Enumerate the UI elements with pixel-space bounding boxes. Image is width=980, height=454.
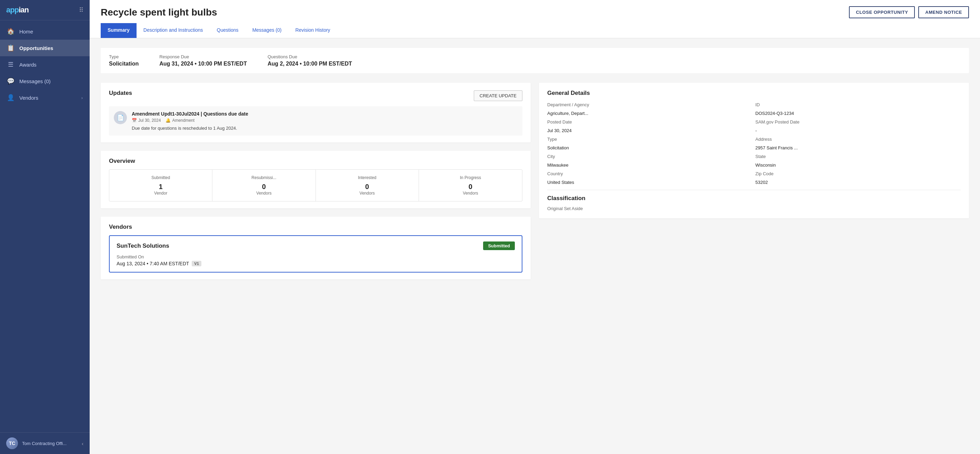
sidebar-item-label: Vendors: [19, 95, 38, 101]
sidebar-item-vendors[interactable]: 👤 Vendors ›: [0, 89, 90, 106]
sidebar-item-label: Messages (0): [19, 78, 51, 84]
updates-header: Updates CREATE UPDATE: [109, 90, 522, 102]
create-update-button[interactable]: CREATE UPDATE: [474, 91, 522, 101]
address-value: 2957 Saint Francis ...: [756, 145, 961, 150]
overview-grid: Submitted 1 Vendor Resubmissi... 0 Vendo…: [109, 169, 522, 201]
tag-icon: 🔔: [165, 118, 171, 123]
resubmission-label: Resubmissi...: [219, 175, 309, 180]
type-detail-label: Type: [547, 137, 753, 142]
avatar-image: TC: [6, 437, 18, 449]
two-col-layout: Updates CREATE UPDATE 📄 Amendment Updt1-…: [101, 83, 969, 279]
tab-summary[interactable]: Summary: [101, 23, 137, 38]
id-value: DOS2024-Q3-1234: [756, 111, 961, 116]
overview-in-progress: In Progress 0 Vendors: [419, 170, 522, 201]
interested-number: 0: [322, 183, 412, 191]
country-label: Country: [547, 171, 753, 176]
country-value: United States: [547, 180, 753, 185]
right-column: General Details Department / Agency ID A…: [539, 83, 969, 279]
user-name: Tom Contracting Offi...: [22, 441, 78, 446]
questions-due-label: Questions Due: [267, 54, 352, 59]
home-icon: 🏠: [7, 28, 14, 35]
meta-row: Type Solicitation Response Due Aug 31, 2…: [101, 48, 969, 73]
id-label: ID: [756, 102, 961, 107]
tab-description[interactable]: Description and Instructions: [137, 23, 210, 38]
vendor-row: SunTech Solutions Submitted: [116, 242, 515, 250]
sidebar: appian ⠿ 🏠 Home 📋 Opportunities ☰ Awards…: [0, 0, 90, 454]
submitted-label: Submitted: [116, 175, 206, 180]
collapse-icon[interactable]: ‹: [82, 441, 83, 446]
overview-submitted: Submitted 1 Vendor: [109, 170, 212, 201]
questions-due-value: Aug 2, 2024 • 10:00 PM EST/EDT: [267, 61, 352, 67]
sidebar-item-label: Awards: [19, 62, 37, 68]
update-date: 📅 Jul 30, 2024: [132, 118, 161, 123]
vendor-name: SunTech Solutions: [116, 242, 169, 249]
vendor-status-badge: Submitted: [483, 242, 515, 250]
department-label: Department / Agency: [547, 102, 753, 107]
messages-icon: 💬: [7, 77, 14, 85]
version-badge: V1: [192, 261, 201, 266]
grid-icon[interactable]: ⠿: [79, 6, 83, 14]
update-item: 📄 Amendment Updt1-30Jul2024 | Questions …: [109, 106, 522, 135]
posted-date-value: Jul 30, 2024: [547, 128, 753, 133]
submitted-number: 1: [116, 183, 206, 191]
state-value: Wisconsin: [756, 162, 961, 168]
updates-card: Updates CREATE UPDATE 📄 Amendment Updt1-…: [101, 83, 531, 142]
sidebar-item-home[interactable]: 🏠 Home: [0, 23, 90, 40]
overview-title: Overview: [109, 158, 522, 164]
resubmission-number: 0: [219, 183, 309, 191]
response-due-meta: Response Due Aug 31, 2024 • 10:00 PM EST…: [159, 54, 247, 67]
detail-grid: Department / Agency ID Agriculture, Depa…: [547, 102, 961, 185]
tabs: Summary Description and Instructions Que…: [101, 23, 969, 38]
general-details-card: General Details Department / Agency ID A…: [539, 83, 969, 218]
tab-questions[interactable]: Questions: [210, 23, 245, 38]
sidebar-item-opportunities[interactable]: 📋 Opportunities: [0, 40, 90, 56]
sidebar-nav: 🏠 Home 📋 Opportunities ☰ Awards 💬 Messag…: [0, 20, 90, 432]
state-label: State: [756, 154, 961, 159]
interested-sub: Vendors: [322, 191, 412, 196]
vendors-icon: 👤: [7, 94, 14, 102]
sidebar-item-label: Home: [19, 29, 33, 35]
update-content: Amendment Updt1-30Jul2024 | Questions du…: [132, 111, 518, 131]
sidebar-footer[interactable]: TC Tom Contracting Offi... ‹: [0, 432, 90, 454]
update-meta: 📅 Jul 30, 2024 🔔 Amendment: [132, 118, 518, 123]
main-content: Recycle spent light bulbs CLOSE OPPORTUN…: [90, 0, 980, 454]
awards-icon: ☰: [7, 61, 14, 68]
tab-revision[interactable]: Revision History: [288, 23, 337, 38]
topbar-actions: CLOSE OPPORTUNITY AMEND NOTICE: [849, 6, 969, 18]
update-body: Due date for questions is rescheduled to…: [132, 126, 518, 131]
type-meta: Type Solicitation: [109, 54, 138, 67]
close-opportunity-button[interactable]: CLOSE OPPORTUNITY: [849, 6, 915, 18]
chevron-right-icon: ›: [81, 95, 83, 100]
vendor-item[interactable]: SunTech Solutions Submitted Submitted On…: [109, 235, 522, 272]
classification-title: Classification: [547, 195, 961, 202]
sidebar-item-messages[interactable]: 💬 Messages (0): [0, 73, 90, 89]
tab-messages[interactable]: Messages (0): [245, 23, 289, 38]
submitted-on-value: Aug 13, 2024 • 7:40 AM EST/EDT V1: [116, 261, 515, 266]
update-title: Amendment Updt1-30Jul2024 | Questions du…: [132, 111, 518, 116]
posted-date-label: Posted Date: [547, 119, 753, 124]
vendors-card: Vendors SunTech Solutions Submitted Subm…: [101, 217, 531, 279]
interested-label: Interested: [322, 175, 412, 180]
calendar-icon: 📅: [132, 118, 137, 123]
sidebar-item-label: Opportunities: [19, 45, 53, 51]
original-set-aside-label: Original Set Aside: [547, 206, 583, 211]
topbar-row: Recycle spent light bulbs CLOSE OPPORTUN…: [101, 6, 969, 18]
sidebar-header: appian ⠿: [0, 0, 90, 20]
overview-card: Overview Submitted 1 Vendor Resubmissi..…: [101, 151, 531, 209]
opportunities-icon: 📋: [7, 44, 14, 52]
questions-due-meta: Questions Due Aug 2, 2024 • 10:00 PM EST…: [267, 54, 352, 67]
resubmission-sub: Vendors: [219, 191, 309, 196]
response-due-value: Aug 31, 2024 • 10:00 PM EST/EDT: [159, 61, 247, 67]
divider: [547, 190, 961, 190]
update-icon: 📄: [114, 111, 127, 124]
city-label: City: [547, 154, 753, 159]
sam-posted-value: -: [756, 128, 961, 133]
zip-value: 53202: [756, 180, 961, 185]
department-value: Agriculture, Depart...: [547, 111, 753, 116]
response-due-label: Response Due: [159, 54, 247, 59]
update-tag: 🔔 Amendment: [165, 118, 194, 123]
type-label: Type: [109, 54, 138, 59]
sam-posted-label: SAM.gov Posted Date: [756, 119, 961, 124]
amend-notice-button[interactable]: AMEND NOTICE: [918, 6, 969, 18]
sidebar-item-awards[interactable]: ☰ Awards: [0, 56, 90, 73]
